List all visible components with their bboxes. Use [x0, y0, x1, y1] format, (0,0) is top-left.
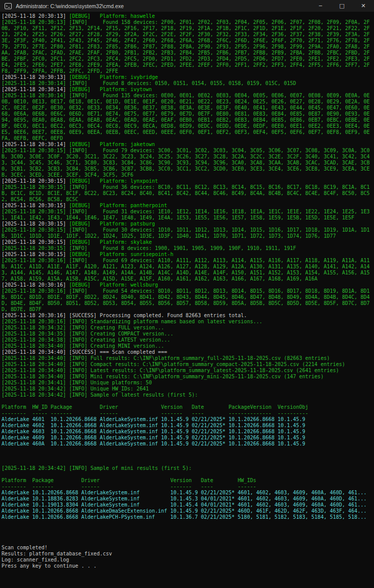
console-line: Results: platform_database_fixed.csv — [2, 551, 374, 557]
console-text-segment: 7, A158, A159, A15A, A15B, A15C, A15D, A… — [2, 276, 317, 282]
console-line: [2025-11-18 20:34:42] [INFO] Unique HW_I… — [2, 386, 374, 392]
console-line: -------- ------- ------ ------- ---- ---… — [2, 484, 374, 490]
console-line: [2025-11-18 20:34:40] [INFO] Latest resu… — [2, 368, 374, 374]
maximize-button[interactable]: □ — [331, 0, 353, 12]
console-text-segment: 94, 0E95, 0EA0, 0EA8, 0EAA, 0EAB, 0EAC, … — [2, 117, 369, 123]
console-line: FA, 0EFB, 0EFC, 0EFD — [2, 135, 374, 142]
console-line: [2025-11-18 20:30:14] [INFO] Found 135 d… — [2, 93, 374, 99]
console-line: [2025-11-18 20:30:15] [INFO] Found 30 de… — [2, 227, 374, 233]
console-text-segment: [DEBUG] — [69, 282, 90, 288]
console-text-segment: [2025-11-18 20:30:15] [INFO] Found 36 de… — [2, 184, 369, 190]
console-line: AlderLake 10.1.20266.8668 AlderLakePCH-P… — [2, 514, 374, 520]
console-line: D, 8D7E, 8D7F — [2, 306, 374, 313]
console-text-segment: Platform: ivybridge — [91, 74, 158, 80]
console-text-segment: BE, 2FBF, 2FC0, 2FC1, 2FC2, 2FC3, 2FC4, … — [2, 56, 369, 62]
console-line: [2025-11-18 20:30:15] [DEBUG] Platform: … — [2, 203, 374, 209]
console-line: 1, 1E41, 1E42, 1E43, 1E44, 1E46, 1E47, 1… — [2, 215, 374, 221]
console-line: [2025-11-18 20:30:16] [INFO] Standardizi… — [2, 319, 374, 325]
minimize-button[interactable]: ─ — [310, 0, 331, 12]
console-line: 0B, 2F10, 2F11, 2F12, 2F13, 2F14, 2F15, … — [2, 25, 374, 32]
console-text-segment: [2025-11-18 20:34:40] [SUCCESS] === Scan… — [2, 349, 167, 355]
console-text-segment: 3E, 2F3F, 2F40, 2F41, 2F43, 2F45, 2F46, … — [2, 38, 369, 43]
console-line: [2025-11-18 20:30:16] [INFO] Found 54 de… — [2, 288, 374, 294]
console-text-segment: Platform: pantherpoint — [91, 203, 168, 208]
console-line — [2, 526, 374, 533]
console-text-segment: F8, 2FF9, 2FFA, 2FFB, 2FFC, 2FFD, 2FFE — [2, 68, 118, 74]
console-line: AlderLake 10.1.19013.8304 AlderLakeSyste… — [2, 502, 374, 508]
console-line: [2025-11-18 20:30:16] [INFO] Found 69 de… — [2, 258, 374, 264]
cmd-icon — [5, 3, 12, 9]
console-line: 23, 2F24, 2F25, 2F26, 2F27, 2F28, 2F29, … — [2, 32, 374, 38]
console-text-segment: [2025-11-18 20:30:14] [INFO] Found 8 dev… — [2, 80, 296, 86]
console-text-segment: [2025-11-18 20:30:14] [INFO] Found 135 d… — [2, 93, 369, 98]
console-text-segment: [2025-11-18 20:30:15] [INFO] Found 30 de… — [2, 227, 369, 233]
console-text-segment: Scan completed! — [2, 545, 47, 550]
console-line: [2025-11-18 20:34:40] [INFO] Mini result… — [2, 374, 374, 380]
console-text-segment: Platform: ivytown — [91, 87, 152, 92]
console-line: [2025-11-18 20:30:15] [INFO] Found 36 de… — [2, 184, 374, 190]
close-button[interactable]: ✕ — [353, 0, 374, 12]
console-text-segment: 0B, 0E10, 0E13, 0E17, 0E18, 0E1C, 0E1D, … — [2, 99, 369, 104]
console-line: E5, 0EE6, 0EE7, 0EE8, 0EE9, 0EEA, 0EEB, … — [2, 129, 374, 135]
console-line: Platform HW_ID Package Driver Version Da… — [2, 404, 374, 410]
console-line: [2025-11-18 20:34:35] [INFO] Creating CO… — [2, 331, 374, 337]
console-line — [2, 447, 374, 453]
console-text-segment: [2025-11-18 20:34:32] [INFO] Creating FU… — [2, 325, 164, 330]
console-text-segment: AlderLake 10.1.20266.8668 AlderLakePCH-P… — [2, 514, 366, 520]
console-line: [2025-11-18 20:30:13] [INFO] Found 158 d… — [2, 19, 374, 25]
console-line: [2025-11-18 20:34:40] [SUCCESS] === Scan… — [2, 349, 374, 355]
console-line: B, 8C1C, 8C1D, 8C1E, 8C1F, 8C22, 8C23, 8… — [2, 190, 374, 197]
console-line: -------- ----- ------- ------ ------- --… — [2, 410, 374, 416]
console-text-segment: [2025-11-18 20:30:13] — [2, 74, 69, 80]
console-text-segment: [DEBUG] — [69, 178, 90, 184]
console-output[interactable]: [2025-11-18 20:30:13] [DEBUG] Platform: … — [0, 12, 374, 588]
console-line: 2C, 0E2E, 0E2F, 0E30, 0E32, 0E33, 0E34, … — [2, 105, 374, 111]
console-line: [2025-11-18 20:30:14] [INFO] Found 8 dev… — [2, 80, 374, 87]
console-line: AlderLake 4602 10.1.20266.8668 AlderLake… — [2, 423, 374, 429]
console-text-segment: [DEBUG] — [69, 13, 90, 19]
console-text-segment: 0B, 2F10, 2F11, 2F12, 2F13, 2F14, 2F15, … — [2, 25, 369, 31]
console-text-segment: E5, 0EE6, 0EE7, 0EE8, 0EE9, 0EEA, 0EEB, … — [2, 129, 369, 135]
console-text-segment: Platform HW_ID Package Driver Version Da… — [2, 404, 308, 410]
console-text-segment: B, A11C, A11D, A11E, A11F, A120, A121, A… — [2, 264, 369, 269]
console-line: D, 8D4E, 8D4F, 8D50, 8D51, 8D52, 8D53, 8… — [2, 300, 374, 306]
console-text-segment: AlderLake 10.1.20266.8668 AlderLakeSyste… — [2, 490, 366, 495]
window-titlebar[interactable]: Administrator: C:\windows\system32\cmd.e… — [0, 0, 374, 12]
console-line: 3, 3C44, 3C45, 3C46, 3C71, 3C80, 3C83, 3… — [2, 160, 374, 166]
console-line — [2, 453, 374, 459]
console-text-segment: Platform: sunrisepoint-h — [91, 251, 174, 257]
console-text-segment: [2025-11-18 20:30:16] [INFO] Found 54 de… — [2, 288, 369, 294]
console-text-segment: [2025-11-18 20:34:42] [INFO] Sample of l… — [2, 392, 198, 398]
console-line: [2025-11-18 20:30:14] [DEBUG] Platform: … — [2, 142, 374, 148]
console-line: B, 8D1C, 8D1D, 8D1E, 8D1F, 8D22, 8D24, 8… — [2, 294, 374, 300]
console-line: 79, 2F7D, 2F7E, 2F80, 2F81, 2F83, 2F85, … — [2, 44, 374, 50]
console-line — [2, 520, 374, 526]
window-title: Administrator: C:\windows\system32\cmd.e… — [16, 3, 310, 9]
console-line: [2025-11-18 20:30:15] [DEBUG] Platform: … — [2, 178, 374, 184]
console-line: F8, 2FF9, 2FFA, 2FFB, 2FFC, 2FFD, 2FFE — [2, 68, 374, 74]
console-line: AlderLake 4601 10.1.20266.8668 AlderLake… — [2, 416, 374, 423]
console-line: [2025-11-18 20:30:14] [DEBUG] Platform: … — [2, 87, 374, 93]
console-line — [2, 398, 374, 404]
console-line: AlderLake 10.1.20266.8668 AlderLakeDmaSe… — [2, 508, 374, 514]
console-text-segment: 0, 3CB1, 3CB2, 3CB3, 3CB4, 3CB5, 3CB6, 3… — [2, 166, 369, 172]
console-text-segment: [2025-11-18 20:30:13] — [2, 13, 69, 19]
console-text-segment: [2025-11-18 20:34:40] [INFO] Full result… — [2, 355, 330, 361]
console-text-segment: 23, 2F24, 2F25, 2F26, 2F27, 2F28, 2F29, … — [2, 32, 369, 37]
console-line: [2025-11-18 20:30:15] [DEBUG] Platform: … — [2, 221, 374, 227]
console-line: AA, 2FAB, 2FAC, 2FAD, 2FAE, 2FAF, 2FB0, … — [2, 50, 374, 56]
console-text-segment: B, 3C0D, 3C0E, 3C0F, 3C20, 3C21, 3C22, 3… — [2, 154, 369, 159]
console-line: [2025-11-18 20:34:38] [INFO] Creating LA… — [2, 337, 374, 343]
console-text-segment: [2025-11-18 20:34:40] [INFO] Mini result… — [2, 374, 324, 379]
console-line: 3, A144, A145, A146, A147, A148, A149, A… — [2, 270, 374, 276]
console-text-segment: AlderLake 10.1.20266.8668 AlderLakeDmaSe… — [2, 508, 366, 514]
console-text-segment: [2025-11-18 20:34:42] [INFO] Sample of m… — [2, 465, 192, 471]
console-text-segment: [2025-11-18 20:30:14] — [2, 142, 69, 147]
console-text-segment: Platform: lynxpoint — [91, 178, 158, 184]
console-line: [2025-11-18 20:30:15] [INFO] Found 8 dev… — [2, 245, 374, 251]
console-text-segment: AlderLake 4609 10.1.20266.8668 AlderLake… — [2, 435, 305, 440]
console-text-segment: [2025-11-18 20:30:15] [INFO] Found 31 de… — [2, 209, 369, 214]
console-text-segment: [DEBUG] — [69, 239, 90, 245]
console-text-segment: B, 1D1C, 1D1D, 1D1E, 1D1F, 1D22, 1D24, 1… — [2, 233, 336, 239]
console-text-segment: AlderLake 10.1.19013.8304 AlderLakeSyste… — [2, 502, 366, 508]
